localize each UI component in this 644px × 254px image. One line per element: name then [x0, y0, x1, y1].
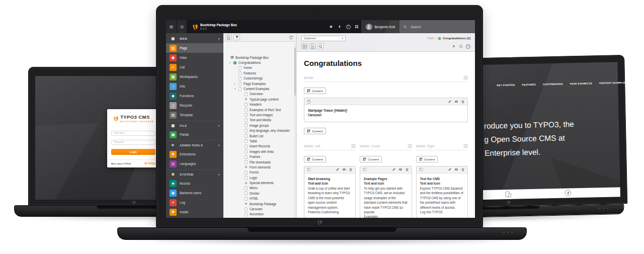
visibility-toggle-icon[interactable]: [454, 100, 458, 104]
tree-item[interactable]: Divider: [223, 191, 296, 196]
tree-item[interactable]: Image groups: [223, 123, 296, 128]
module-menu-row[interactable]: ▯ ▯ Recycler ▾: [166, 101, 223, 110]
edit-column-icon[interactable]: [408, 144, 412, 148]
tree-item[interactable]: Text and Images: [223, 112, 296, 117]
tree-item[interactable]: Frames: [223, 154, 296, 159]
tree-item[interactable]: ▸ Page Examples: [223, 81, 296, 86]
bookmark-icon[interactable]: [459, 44, 463, 48]
tree-item[interactable]: Home: [223, 65, 296, 70]
tree-item[interactable]: Examples of Rich Text: [223, 107, 296, 112]
tree-item[interactable]: ▾ Congratulations: [223, 60, 296, 65]
view-page-button[interactable]: [309, 43, 316, 49]
tree-item[interactable]: Form elements: [223, 164, 296, 170]
bookmark-icon[interactable]: [327, 20, 336, 33]
tree-expander[interactable]: ▾: [233, 88, 236, 90]
module-menu-row[interactable]: ◈ ◈ Access ▾: [166, 179, 223, 188]
new-content-button[interactable]: Content: [360, 156, 382, 162]
visibility-toggle-icon[interactable]: [342, 167, 346, 172]
tree-scrollbar-thumb[interactable]: [294, 47, 296, 96]
edit-column-icon[interactable]: [351, 144, 356, 148]
content-element[interactable]: Example Pages Text and Icon To help get …: [360, 166, 412, 218]
tree-item[interactable]: Bootstrap Package: [223, 201, 296, 206]
modules-grid-icon[interactable]: [353, 20, 361, 33]
delete-icon[interactable]: [349, 167, 353, 172]
tree-item[interactable]: Carousel: [223, 206, 296, 211]
layout-view-button[interactable]: [301, 43, 308, 49]
edit-icon[interactable]: [448, 167, 452, 172]
content-element[interactable]: Start browsing Text and Icon Grab a cup …: [304, 166, 356, 218]
refresh-button[interactable]: [288, 34, 294, 40]
tree-item[interactable]: Bullet List: [223, 133, 296, 138]
delete-icon[interactable]: [405, 167, 409, 172]
tree-item[interactable]: Typical page content: [223, 97, 296, 102]
tree-item[interactable]: Any language, any character: [223, 128, 296, 133]
tree-item[interactable]: Table: [223, 138, 296, 143]
delete-icon[interactable]: [461, 167, 465, 172]
clear-cache-icon[interactable]: [452, 44, 456, 48]
tree-item[interactable]: Menu: [223, 186, 296, 191]
tree-item[interactable]: Forms: [223, 170, 296, 175]
current-page-link[interactable]: Congratulations [1]: [443, 37, 470, 40]
module-menu-row[interactable]: ◉ ◉ View ▾: [166, 53, 223, 62]
new-content-button[interactable]: Content: [304, 156, 326, 162]
tree-item[interactable]: HTML: [223, 196, 296, 201]
tree-item[interactable]: Images with links: [223, 149, 296, 154]
tree-item[interactable]: Features: [223, 70, 296, 75]
new-content-button[interactable]: Content: [304, 128, 326, 134]
tree-item[interactable]: Insert Records: [223, 144, 296, 149]
site-brand[interactable]: Bootstrap Package Box 8.4.0: [187, 20, 242, 33]
module-menu-row[interactable]: ▤ ▤ WEB ▾: [166, 34, 223, 43]
tree-item[interactable]: Accordion: [223, 212, 296, 217]
module-menu-row[interactable]: ▤ ▤ Page ▾: [166, 43, 223, 53]
module-menu-row[interactable]: ✈ ✈ ADMIN TOOLS ▾: [166, 140, 223, 149]
columns-select[interactable]: Columns ▾: [301, 36, 346, 41]
edit-icon[interactable]: [336, 167, 340, 172]
module-menu-row[interactable]: ◉ ◉ Backend users ▾: [166, 188, 223, 198]
search-page-button[interactable]: [317, 43, 324, 49]
edit-column-icon[interactable]: [463, 144, 468, 148]
module-menu-row[interactable]: ◎ ◎ Languages ▾: [166, 159, 223, 168]
tree-scrollbar[interactable]: [294, 43, 296, 218]
module-menu-row[interactable]: ≡ ≡ List ▾: [166, 62, 223, 72]
module-menu-row[interactable]: ⚙ ⚙ SYSTEM ▾: [166, 170, 223, 179]
module-menu-row[interactable]: ✚ ✚ Install ▾: [166, 207, 223, 217]
list-view-button[interactable]: [177, 20, 187, 33]
user-menu[interactable]: Benjamin Kott: [361, 20, 399, 33]
tree-item[interactable]: Bootstrap Package Box: [223, 55, 296, 60]
module-menu-row[interactable]: ▦ ▦ Workspaces ▾: [166, 72, 223, 81]
content-element[interactable]: Startpage Teaser [Hidden] Carousel: [304, 98, 468, 122]
filter-button[interactable]: [233, 34, 240, 40]
tree-item[interactable]: Login: [223, 175, 296, 180]
module-menu-row[interactable]: ≡ ≡ Log ▾: [166, 198, 223, 207]
module-menu-row[interactable]: ◆ ◆ Functions ▾: [166, 91, 223, 101]
tree-item[interactable]: Text and Media: [223, 118, 296, 123]
flush-cache-icon[interactable]: [336, 20, 344, 33]
module-menu-row[interactable]: ▣ ▣ Filelist ▾: [166, 130, 223, 139]
tree-expander[interactable]: ▾: [228, 61, 231, 64]
module-menu-row[interactable]: i i Info ▾: [166, 81, 223, 91]
module-menu-row[interactable]: ▤ ▤ Template ▾: [166, 110, 223, 120]
tree-item[interactable]: File downloads: [223, 159, 296, 164]
new-page-button[interactable]: [225, 34, 232, 40]
module-menu-row[interactable]: ▣ ▣ FILE ▾: [166, 121, 223, 130]
tree-item[interactable]: ▾ Content Examples: [223, 86, 296, 91]
new-content-button[interactable]: Content: [416, 156, 438, 162]
delete-icon[interactable]: [461, 100, 465, 104]
visibility-toggle-icon[interactable]: [454, 167, 458, 172]
tree-expander[interactable]: ▸: [233, 82, 236, 85]
menu-toggle-button[interactable]: [166, 20, 177, 33]
edit-icon[interactable]: [392, 167, 396, 172]
tree-item[interactable]: Headers: [223, 102, 296, 107]
edit-column-icon[interactable]: [463, 75, 468, 80]
search-input[interactable]: [410, 25, 460, 29]
module-menu-row[interactable]: ✚ ✚ Extensions ▾: [166, 149, 223, 159]
tree-item[interactable]: Customizings: [223, 76, 296, 81]
new-content-button[interactable]: Content: [304, 88, 326, 94]
edit-icon[interactable]: [448, 100, 452, 104]
tree-item[interactable]: Special elements: [223, 180, 296, 185]
help-icon[interactable]: ?: [344, 20, 353, 33]
tree-item[interactable]: Overview: [223, 92, 296, 97]
visibility-toggle-icon[interactable]: [398, 167, 403, 172]
help-icon[interactable]: ?: [466, 44, 470, 49]
content-element[interactable]: Test the CMS Text and Icon Explore TYPO3…: [416, 166, 468, 218]
